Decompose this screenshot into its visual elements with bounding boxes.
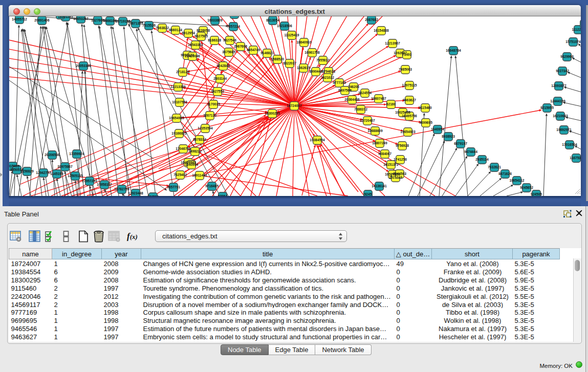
svg-text:20206536: 20206536 [45, 153, 60, 157]
svg-text:9327546: 9327546 [223, 38, 236, 42]
svg-text:7485063: 7485063 [399, 68, 412, 71]
svg-text:1640994: 1640994 [185, 163, 198, 166]
svg-text:7857224: 7857224 [227, 25, 240, 28]
svg-text:18300295: 18300295 [265, 112, 280, 115]
svg-text:924505: 924505 [531, 192, 542, 196]
svg-text:16210643: 16210643 [553, 114, 568, 118]
svg-text:12353594: 12353594 [198, 126, 213, 130]
svg-text:14136141: 14136141 [372, 184, 387, 188]
svg-text:9245: 9245 [364, 192, 372, 196]
svg-text:11325419: 11325419 [285, 33, 299, 37]
svg-text:12942757: 12942757 [36, 171, 51, 174]
svg-text:9474444: 9474444 [464, 150, 477, 154]
svg-text:8912954: 8912954 [182, 31, 195, 35]
svg-text:8466160: 8466160 [103, 19, 117, 23]
svg-text:8226058: 8226058 [197, 29, 210, 32]
svg-text:20053346: 20053346 [76, 64, 91, 68]
svg-text:10958107: 10958107 [97, 183, 112, 186]
svg-text:18301293: 18301293 [58, 16, 73, 18]
svg-text:12923448: 12923448 [128, 191, 143, 195]
svg-text:19218506: 19218506 [277, 24, 292, 28]
svg-text:2967608: 2967608 [234, 45, 247, 48]
svg-text:9716485: 9716485 [205, 184, 219, 188]
svg-text:6879197: 6879197 [454, 142, 467, 145]
svg-text:746206: 746206 [348, 85, 359, 89]
svg-text:9777169: 9777169 [333, 81, 346, 84]
svg-text:73493: 73493 [402, 53, 412, 56]
svg-text:7663822: 7663822 [156, 26, 169, 30]
svg-text:3675685: 3675685 [222, 50, 235, 54]
svg-text:8660124: 8660124 [169, 28, 182, 32]
svg-text:1741256: 1741256 [394, 158, 407, 161]
svg-text:9327505: 9327505 [194, 34, 208, 38]
svg-text:9227342: 9227342 [556, 69, 569, 73]
svg-text:18807249: 18807249 [372, 141, 387, 145]
svg-text:8678334: 8678334 [193, 138, 206, 141]
svg-text:8215955: 8215955 [540, 106, 554, 110]
svg-text:16911443: 16911443 [192, 173, 207, 177]
svg-text:16495756: 16495756 [402, 114, 417, 118]
svg-text:7886372: 7886372 [354, 107, 367, 111]
svg-text:19692971: 19692971 [556, 128, 572, 132]
svg-text:3498222: 3498222 [188, 149, 202, 153]
svg-text:1588520: 1588520 [271, 57, 284, 61]
svg-text:1421022: 1421022 [321, 76, 334, 79]
svg-text:16648784: 16648784 [446, 49, 461, 52]
svg-text:9084067: 9084067 [378, 152, 391, 156]
svg-text:7625402: 7625402 [173, 173, 187, 177]
svg-text:10688609: 10688609 [367, 129, 383, 133]
svg-text:17359924: 17359924 [69, 152, 84, 156]
svg-text:12093877: 12093877 [551, 84, 567, 87]
svg-text:9463627: 9463627 [403, 98, 416, 102]
svg-text:22420046: 22420046 [185, 54, 200, 58]
svg-text:9146821: 9146821 [260, 51, 274, 55]
svg-text:19384554: 19384554 [310, 138, 325, 142]
svg-text:15751074: 15751074 [565, 40, 581, 43]
svg-text:2718126: 2718126 [176, 70, 189, 74]
svg-text:7955812: 7955812 [316, 58, 330, 62]
svg-text:12444159: 12444159 [550, 99, 565, 103]
svg-text:7515526: 7515526 [142, 24, 156, 27]
svg-text:12505135: 12505135 [68, 174, 83, 178]
svg-text:3170035: 3170035 [207, 102, 220, 106]
svg-text:20364436: 20364436 [344, 98, 360, 101]
svg-text:10025438: 10025438 [395, 111, 410, 114]
svg-text:2521743: 2521743 [389, 176, 402, 179]
svg-text:3624554: 3624554 [358, 91, 372, 95]
svg-text:62160: 62160 [386, 102, 396, 106]
svg-text:3915405: 3915405 [9, 164, 19, 168]
svg-text:8813054: 8813054 [266, 18, 279, 22]
svg-text:8990448: 8990448 [309, 70, 322, 73]
svg-text:1156829: 1156829 [20, 169, 34, 173]
svg-text:19654923: 19654923 [400, 130, 416, 134]
svg-text:12213389: 12213389 [170, 85, 186, 89]
svg-text:6497568: 6497568 [338, 89, 352, 92]
svg-text:16151372: 16151372 [383, 163, 399, 166]
svg-text:10654112: 10654112 [510, 179, 525, 182]
svg-text:9115460: 9115460 [419, 106, 432, 110]
svg-text:19166825: 19166825 [171, 132, 187, 135]
svg-text:2087682: 2087682 [365, 18, 378, 21]
svg-text:16033809: 16033809 [207, 18, 223, 22]
svg-text:17957253: 17957253 [82, 179, 97, 183]
svg-text:9329966: 9329966 [560, 55, 574, 58]
svg-text:3267130: 3267130 [203, 114, 216, 117]
svg-text:1362615: 1362615 [297, 66, 310, 70]
svg-text:10653267: 10653267 [73, 17, 89, 20]
svg-text:15720407: 15720407 [360, 119, 375, 122]
svg-text:9857791: 9857791 [167, 185, 180, 189]
svg-text:9242848: 9242848 [216, 64, 230, 68]
svg-text:6794028: 6794028 [322, 70, 335, 73]
svg-text:1327602: 1327602 [91, 18, 104, 22]
svg-text:16543362: 16543362 [188, 43, 203, 47]
svg-text:16154838: 16154838 [374, 29, 389, 32]
svg-text:2935114: 2935114 [475, 158, 489, 161]
svg-text:1145195: 1145195 [50, 172, 63, 176]
svg-text:18640910: 18640910 [296, 40, 312, 44]
svg-text:3427552: 3427552 [211, 90, 224, 93]
svg-text:19654985: 19654985 [169, 116, 184, 120]
svg-text:8322037: 8322037 [283, 61, 296, 65]
svg-text:8454749: 8454749 [247, 48, 260, 52]
svg-text:10607487: 10607487 [371, 97, 386, 100]
svg-text:1167530: 1167530 [570, 156, 581, 160]
